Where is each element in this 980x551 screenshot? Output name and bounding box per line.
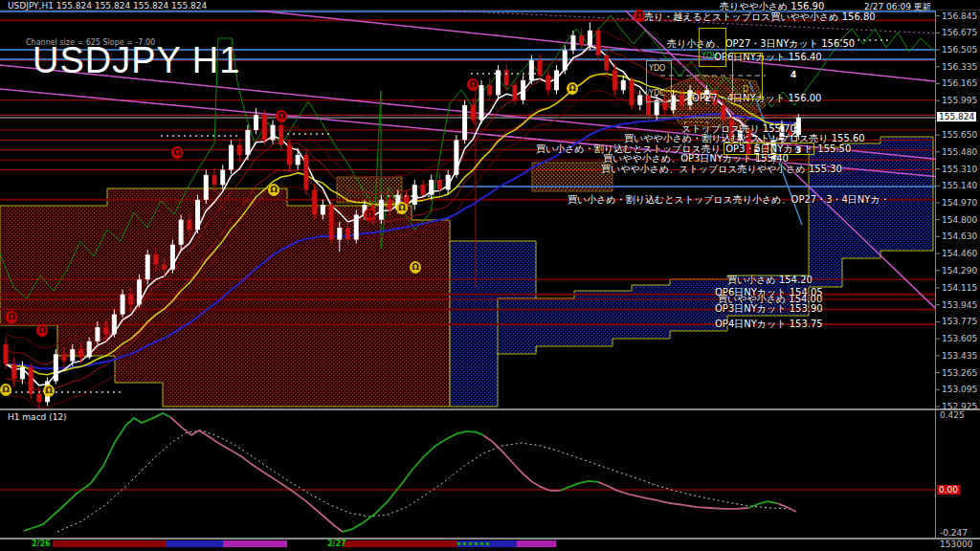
chart-canvas[interactable] xyxy=(0,0,980,551)
price-tick-label: 153.095 xyxy=(942,385,977,394)
scale-extra-label: 153000 xyxy=(940,540,972,549)
zone-outline-box xyxy=(646,60,672,102)
symbol-period-quotes: USDJPY,H1 155.824 155.824 155.824 155.82… xyxy=(8,1,207,11)
omega-signal-marker: Ω xyxy=(276,110,287,122)
omega-signal-marker: Ω xyxy=(6,311,17,323)
price-tick-label: 156.675 xyxy=(942,28,977,37)
omega-signal-marker: Ω xyxy=(43,385,55,397)
price-annotation: OP3日NYカット 153.90 xyxy=(715,303,823,314)
date-label: 2/27 xyxy=(327,540,346,548)
omega-signal-marker: Ω xyxy=(467,78,479,91)
macd-min-label: -0.247 xyxy=(940,528,968,538)
macd-max-label: 0.425 xyxy=(940,410,965,420)
omega-signal-marker: Ω xyxy=(268,184,279,196)
omega-signal-marker: Ω xyxy=(396,202,408,214)
indicator-label: H1 macd (12) xyxy=(8,412,67,422)
price-tick-label: 155.995 xyxy=(942,96,977,105)
zone-outline-box xyxy=(699,28,726,67)
price-tick-label: 154.115 xyxy=(942,283,977,293)
omega-signal-marker: Ω xyxy=(634,10,645,22)
illegible-green-marks xyxy=(457,542,490,545)
price-tick-label: 155.310 xyxy=(942,165,977,174)
price-tick-label: 154.630 xyxy=(942,231,977,241)
omega-signal-marker: Ω xyxy=(36,324,48,337)
price-annotation: 買い小さめ 154.20 xyxy=(727,275,813,285)
price-tick-label: 153.945 xyxy=(942,300,977,310)
price-tick-label: 154.970 xyxy=(942,198,977,208)
mt4-chart-window: USDJPY,H1 155.824 155.824 155.824 155.82… xyxy=(0,0,980,551)
omega-signal-marker: Ω xyxy=(410,261,421,274)
price-tick-label: 156.165 xyxy=(942,78,977,88)
zone-outline-box xyxy=(732,53,763,99)
price-annotation: 買いやや小さめ、ストップロス売りやや小さめ 155.30 xyxy=(601,164,842,174)
omega-signal-marker: Ω xyxy=(364,209,375,221)
price-tick-label: 153.775 xyxy=(942,317,977,326)
macd-pane[interactable] xyxy=(0,413,935,532)
chart-watermark: USDJPY H1 xyxy=(33,40,240,81)
price-tick-label: 154.800 xyxy=(942,215,977,225)
date-label: 2/26 xyxy=(32,540,51,548)
price-tick-label: 154.460 xyxy=(942,249,977,258)
price-annotation: 売り・越えるとストップロス買いやや小さめ 156.80 xyxy=(644,11,876,22)
price-tick-label: 155.140 xyxy=(942,181,977,190)
price-tick-label: 156.335 xyxy=(942,62,977,72)
omega-signal-marker: Ω xyxy=(171,146,183,159)
price-tick-label: 156.845 xyxy=(942,11,977,21)
count-label: 5 xyxy=(793,130,799,139)
price-tick-label: 155.480 xyxy=(942,147,977,157)
price-annotation: 売り小さめ、OP27・3日NYカット 156.50 xyxy=(667,38,855,49)
price-annotation: 売りやや小さめ 156.90 xyxy=(720,1,824,11)
price-tick-label: 153.605 xyxy=(942,334,977,343)
count-label: 3 xyxy=(795,146,801,155)
macd-zero-tag: 0.00 xyxy=(937,485,960,495)
price-annotation: 買い小さめ・割り込むとストップロス売り小さめ、OP27・3・4日NYカ・ xyxy=(568,194,890,205)
price-tick-label: 153.265 xyxy=(942,368,977,378)
price-tick-label: 156.505 xyxy=(942,45,977,55)
price-tick-label: 154.290 xyxy=(942,266,977,276)
omega-signal-marker: Ω xyxy=(567,82,578,95)
price-annotation: OP6日NYカット 156.40 xyxy=(714,52,822,62)
zone-outline-box xyxy=(684,121,708,162)
current-price-tag: 155.824 xyxy=(937,112,976,121)
price-annotation: OP4日NYカット 153.75 xyxy=(715,319,823,329)
price-tick-label: 153.435 xyxy=(942,351,977,361)
omega-signal-marker: Ω xyxy=(0,384,11,396)
price-tick-label: 155.650 xyxy=(942,130,977,140)
count-label: 4 xyxy=(791,71,796,79)
